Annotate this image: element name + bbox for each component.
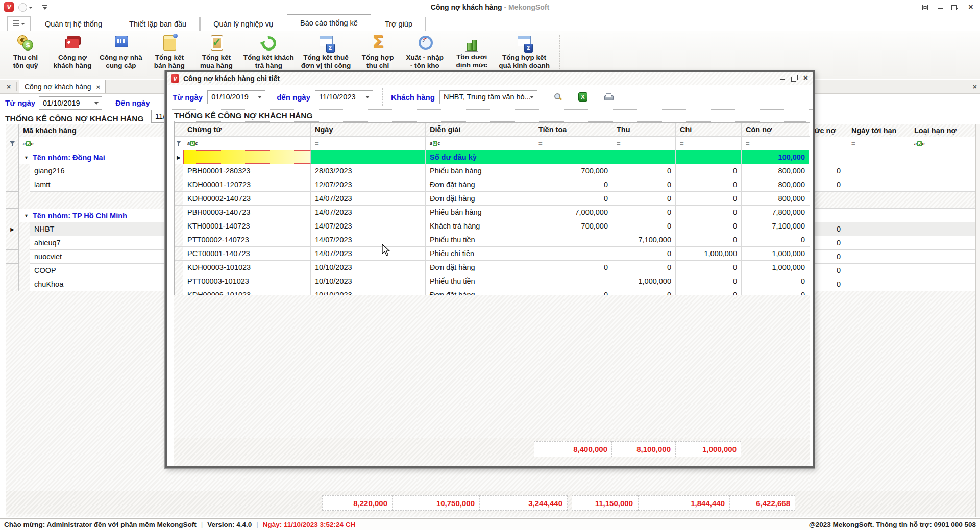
dialog-customer-combobox[interactable]: NHBT, Trung tâm văn hó... bbox=[439, 90, 537, 104]
detail-cell-value: 0 bbox=[676, 208, 737, 216]
restore-button[interactable] bbox=[949, 2, 962, 12]
bg-loai-han-no-filter-cell[interactable]: aBc bbox=[910, 137, 975, 150]
toolbar-button[interactable]: Xuất - nhập - tồn kho bbox=[401, 34, 448, 70]
dialog-title-bar[interactable]: V Công nợ khách hàng chi tiết × bbox=[167, 72, 813, 85]
detail-cell: 0 bbox=[612, 192, 676, 205]
ribbon-minimize-tab[interactable] bbox=[7, 16, 31, 31]
row-arrow-icon: ▶ bbox=[10, 226, 14, 232]
dialog-restore-button[interactable] bbox=[789, 73, 799, 82]
detail-cell: 700,000 bbox=[534, 164, 612, 178]
close-all-tabs-icon[interactable]: × bbox=[3, 82, 14, 92]
close-tab-icon[interactable]: × bbox=[96, 83, 101, 91]
bg-ngay-toi-han-cell bbox=[847, 264, 910, 277]
detail-cell-value: 28/03/2023 bbox=[315, 167, 352, 175]
thu-filter-cell[interactable]: = bbox=[612, 137, 676, 150]
close-button[interactable]: × bbox=[965, 2, 977, 12]
ribbon-tab[interactable]: Thiết lập ban đầu bbox=[116, 17, 200, 31]
collapse-caret-icon[interactable]: ▼ bbox=[24, 155, 29, 160]
col-thu[interactable]: Thu bbox=[612, 123, 676, 136]
dien-giai-filter-cell[interactable]: aBc bbox=[426, 137, 534, 150]
opening-chi-cell bbox=[676, 150, 742, 164]
col-dien-giai[interactable]: Diễn giải bbox=[426, 123, 534, 136]
equals-filter-icon: = bbox=[746, 140, 750, 147]
row-indicator-cell bbox=[175, 219, 183, 233]
detail-cell: 800,000 bbox=[742, 192, 809, 205]
detail-cell-value: 10/10/2023 bbox=[315, 277, 352, 285]
detail-table-row[interactable]: PCT00001-14072314/07/2023Phiếu chi tiền0… bbox=[175, 247, 810, 261]
action-print-button[interactable] bbox=[604, 93, 613, 101]
toolbar-button[interactable]: Công nợ nhà cung cấp bbox=[96, 34, 146, 70]
detail-table-row[interactable]: KDH00002-14072314/07/2023Đơn đặt hàng000… bbox=[175, 192, 810, 206]
toolbar-button[interactable]: Thu chi tồn quỹ bbox=[2, 34, 49, 70]
tab-cong-no-khach-hang[interactable]: Công nợ khách hàng × bbox=[19, 80, 106, 93]
detail-table-row[interactable]: PTT00002-14072314/07/2023Phiếu thu tiền7… bbox=[175, 233, 810, 247]
col-ngay[interactable]: Ngày bbox=[311, 123, 426, 136]
detail-table-row[interactable]: KTH00001-14072314/07/2023Khách trả hàng7… bbox=[175, 219, 810, 233]
divider bbox=[559, 35, 560, 72]
col-con-no[interactable]: Còn nợ bbox=[742, 123, 809, 136]
dialog-minimize-button[interactable] bbox=[777, 73, 787, 82]
col-chi[interactable]: Chi bbox=[676, 123, 742, 136]
dialog-bottom-margin bbox=[174, 460, 810, 466]
dialog-to-date-combobox[interactable]: 11/10/2023 bbox=[315, 90, 373, 104]
collapse-caret-icon[interactable]: ▼ bbox=[24, 213, 29, 218]
detail-cell-value: PBH00001-280323 bbox=[187, 167, 250, 175]
col-tien-toa-label: Tiền toa bbox=[538, 125, 567, 134]
row-indicator-cell bbox=[175, 274, 183, 288]
col-tien-toa[interactable]: Tiền toa bbox=[534, 123, 612, 136]
ribbon-tab[interactable]: Trợ giúp bbox=[372, 17, 426, 31]
toolbar-button[interactable]: Tổng hợp thu chi bbox=[354, 34, 401, 70]
dialog-from-date-combobox[interactable]: 01/10/2019 bbox=[207, 90, 265, 104]
bg-col-ngay-toi-han[interactable]: Ngày tới hạn bbox=[847, 124, 910, 137]
minimize-button[interactable] bbox=[934, 2, 946, 12]
tien-toa-filter-cell[interactable]: = bbox=[534, 137, 612, 150]
ribbon-tab[interactable]: Quản lý nghiệp vụ bbox=[200, 17, 286, 31]
con-no-filter-cell[interactable]: = bbox=[742, 137, 809, 150]
bg-muc-no-filter-cell[interactable] bbox=[815, 137, 847, 150]
bg-from-date-combobox[interactable]: 01/10/2019 bbox=[39, 96, 102, 110]
chi-filter-cell[interactable]: = bbox=[676, 137, 742, 150]
bg-total-cell: 11,150,000 bbox=[572, 495, 638, 511]
toolbar-button[interactable]: Tổng kết khách trả hàng bbox=[240, 34, 298, 70]
detail-table-row[interactable]: KDH00003-10102310/10/2023Đơn đặt hàng000… bbox=[175, 261, 810, 274]
bg-ngay-toi-han-filter-cell[interactable]: = bbox=[847, 137, 910, 150]
bg-col-loai-han-no[interactable]: Loại hạn nợ bbox=[910, 124, 975, 137]
detail-table-row[interactable]: PTT00003-10102310/10/2023Phiếu thu tiền1… bbox=[175, 274, 810, 288]
detail-filter-row[interactable]: aBc = aBc = = = = bbox=[175, 137, 810, 150]
toolbar-button[interactable]: Công nợ khách hàng bbox=[49, 34, 96, 70]
vertical-scrollbar[interactable] bbox=[975, 124, 980, 517]
opening-balance-row[interactable]: ▶ Số dư đầu kỳ 100,000 bbox=[175, 150, 810, 164]
bg-col-customer-code-label: Mã khách hàng bbox=[23, 127, 77, 135]
fit-screen-button[interactable] bbox=[919, 2, 931, 12]
detail-cell-value: 700,000 bbox=[534, 222, 608, 230]
dialog-close-button[interactable]: × bbox=[801, 73, 811, 82]
action-view-button[interactable] bbox=[554, 93, 561, 100]
toolbar-button[interactable]: Tồn dưới định mức bbox=[448, 34, 495, 69]
toolbar-button[interactable]: Tổng kết bán hàng bbox=[146, 34, 193, 70]
bg-muc-no-cell: 0 bbox=[815, 236, 847, 250]
ngay-filter-cell[interactable]: = bbox=[311, 137, 426, 150]
close-strip-icon[interactable]: × bbox=[973, 83, 977, 91]
chung-tu-filter-cell[interactable]: aBc bbox=[183, 137, 311, 150]
action-export-excel-button[interactable]: X bbox=[578, 92, 587, 102]
detail-table-row[interactable]: PBH00003-14072314/07/2023Phiếu bán hàng7… bbox=[175, 206, 810, 219]
opening-chung-tu-cell[interactable] bbox=[183, 150, 311, 164]
bg-from-date-value: 01/10/2019 bbox=[39, 99, 80, 107]
detail-cell-value: Phiếu chi tiền bbox=[430, 249, 474, 258]
detail-table-row[interactable]: KDH00001-12072312/07/2023Đơn đặt hàng000… bbox=[175, 178, 810, 192]
col-chung-tu[interactable]: Chứng từ bbox=[183, 123, 311, 136]
bg-col-muc-no[interactable]: ức nợ bbox=[815, 124, 847, 137]
toolbar-button-label: Tổng kết khách trả hàng bbox=[243, 54, 294, 70]
doc-tab-label: Công nợ khách hàng bbox=[24, 83, 91, 91]
detail-cell-value: KDH00001-120723 bbox=[187, 181, 251, 189]
detail-table-row[interactable]: PBH00001-28032328/03/2023Phiếu bán hàng7… bbox=[175, 164, 810, 178]
ribbon-tab[interactable]: Quản trị hệ thống bbox=[32, 17, 115, 31]
customer-debt-cards-icon bbox=[63, 34, 82, 53]
toolbar-button[interactable]: Tổng hợp kết quả kinh doanh bbox=[495, 34, 553, 70]
toolbar-button[interactable]: Tổng kết mua hàng bbox=[193, 34, 240, 70]
ribbon-tab[interactable]: Báo cáo thống kê bbox=[287, 14, 371, 31]
row-arrow-icon: ▶ bbox=[177, 155, 181, 160]
toolbar-button[interactable]: Tổng kết thuê đơn vị thi công bbox=[298, 34, 354, 70]
detail-cell-value: 10/10/2023 bbox=[315, 263, 352, 271]
dialog-customer-label: Khách hàng bbox=[391, 93, 435, 102]
